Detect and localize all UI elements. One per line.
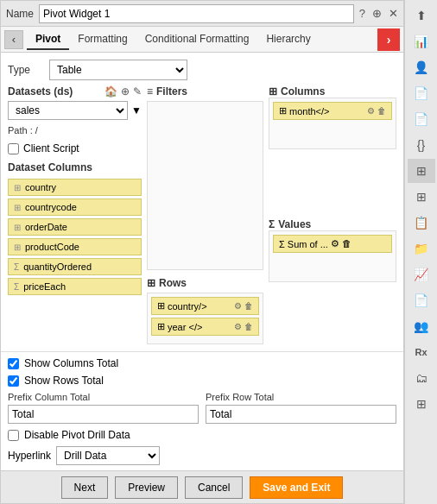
field-name: Sum of ... xyxy=(288,239,328,249)
filters-header: ≡ Filters xyxy=(147,85,263,98)
values-box: Σ Sum of ... ⚙ 🗑 xyxy=(269,230,396,282)
rows-section: ⊞ Rows ⊞ country/> ⚙ 🗑 ⊞ year </> ⚙ 🗑 xyxy=(147,277,263,344)
field-name: year </> xyxy=(168,322,202,332)
edit-dataset-icon[interactable]: ✎ xyxy=(133,85,142,98)
grid-icon: ⊞ xyxy=(14,243,21,252)
dataset-columns-label: Dataset Columns xyxy=(8,161,142,173)
client-script-label: Client Script xyxy=(23,142,79,154)
next-button[interactable]: Next xyxy=(61,476,109,499)
tab-formatting[interactable]: Formatting xyxy=(69,29,136,50)
prefix-row: Prefix Column Total Prefix Row Total xyxy=(8,392,396,424)
sigma-icon: Σ xyxy=(14,282,19,292)
sigma-icon: Σ xyxy=(14,262,19,272)
sidebar-code-icon[interactable]: {} xyxy=(408,133,435,157)
sidebar-up-icon[interactable]: ⬆ xyxy=(408,3,435,28)
show-rows-total-row: Show Rows Total xyxy=(8,375,396,387)
tab-conditional-formatting[interactable]: Conditional Formatting xyxy=(136,29,258,50)
disable-pivot-checkbox[interactable] xyxy=(8,430,19,441)
field-icons: ⚙ 🗑 xyxy=(367,106,386,116)
sidebar-page-icon[interactable]: 📄 xyxy=(408,107,435,131)
grid-icon: ⊞ xyxy=(14,183,21,192)
prefix-column-input[interactable] xyxy=(8,405,199,424)
sidebar-file-icon[interactable]: 📄 xyxy=(408,288,435,312)
sidebar-clipboard-icon[interactable]: 📋 xyxy=(408,211,435,235)
right-sidebar: ⬆ 📊 👤 📄 📄 {} ⊞ ⊞ 📋 📁 📈 📄 👥 Rx 🗂 ⊞ xyxy=(404,0,437,504)
tab-next-button[interactable]: › xyxy=(377,28,400,51)
cancel-button[interactable]: Cancel xyxy=(185,476,243,499)
list-item[interactable]: ⊞ month</> ⚙ 🗑 xyxy=(273,102,392,120)
list-item[interactable]: ⊞ countrycode xyxy=(8,198,142,216)
sidebar-group-icon[interactable]: 👥 xyxy=(408,314,435,338)
columns-section: ⊞ Columns ⊞ month</> ⚙ 🗑 xyxy=(269,85,396,211)
datasets-dropdown-icon[interactable]: ▼ xyxy=(131,104,142,117)
hyperlink-label: Hyperlink xyxy=(8,450,51,462)
tab-back-button[interactable]: ‹ xyxy=(4,30,23,49)
title-bar: Name ? ⊕ ✕ xyxy=(1,1,403,27)
client-script-checkbox[interactable] xyxy=(8,143,19,154)
filter-icon: ≡ xyxy=(147,85,153,98)
sidebar-analytics-icon[interactable]: 📈 xyxy=(408,262,435,287)
sidebar-table-icon[interactable]: ⊞ xyxy=(408,159,435,183)
bottom-options: Show Columns Total Show Rows Total Prefi… xyxy=(1,351,403,470)
list-item[interactable]: ⊞ year </> ⚙ 🗑 xyxy=(151,318,259,336)
rows-grid-icon: ⊞ xyxy=(147,277,155,289)
sidebar-user-icon[interactable]: 👤 xyxy=(408,55,435,79)
list-item[interactable]: Σ quantityOrdered xyxy=(8,258,142,275)
values-section: Σ Values Σ Sum of ... ⚙ 🗑 xyxy=(269,218,396,344)
footer: Next Preview Cancel Save and Exit xyxy=(1,470,403,503)
sigma-icon: Σ xyxy=(279,239,285,249)
filter-area[interactable] xyxy=(147,101,263,270)
sidebar-grid-icon[interactable]: ⊞ xyxy=(408,185,435,209)
rows-label: Rows xyxy=(159,277,187,289)
type-row: Type Table xyxy=(8,60,396,80)
show-rows-total-checkbox[interactable] xyxy=(8,375,19,387)
list-item[interactable]: ⊞ country xyxy=(8,179,142,196)
prefix-row-input[interactable] xyxy=(206,405,396,424)
left-panel: Datasets (ds) 🏠 ⊕ ✎ sales ▼ Path : / xyxy=(8,85,142,344)
hyperlink-select[interactable]: Drill Data xyxy=(56,446,160,465)
sidebar-apps-icon[interactable]: ⊞ xyxy=(408,392,435,416)
widget-name-input[interactable] xyxy=(39,4,354,23)
sidebar-doc-icon[interactable]: 📄 xyxy=(408,81,435,105)
save-and-exit-button[interactable]: Save and Exit xyxy=(250,476,343,499)
list-item[interactable]: ⊞ orderDate xyxy=(8,218,142,236)
sidebar-chart-icon[interactable]: 📊 xyxy=(408,29,435,54)
values-header: Σ Values xyxy=(269,218,396,230)
show-columns-total-checkbox[interactable] xyxy=(8,358,19,369)
sidebar-folder-icon[interactable]: 📁 xyxy=(408,236,435,261)
datasets-icons: 🏠 ⊕ ✎ xyxy=(104,85,142,98)
home-icon[interactable]: 🏠 xyxy=(104,85,117,98)
datasets-label: Datasets (ds) xyxy=(8,85,73,98)
dataset-items: ⊞ country ⊞ countrycode ⊞ orderDate ⊞ pr… xyxy=(8,179,142,295)
sidebar-layers-icon[interactable]: 🗂 xyxy=(408,366,435,390)
list-item[interactable]: ⊞ productCode xyxy=(8,238,142,255)
add-dataset-icon[interactable]: ⊕ xyxy=(121,85,130,98)
tab-pivot[interactable]: Pivot xyxy=(27,29,69,50)
field-name: month</> xyxy=(289,106,329,117)
client-script-row: Client Script xyxy=(8,142,142,154)
item-label: countrycode xyxy=(25,202,77,212)
datasets-select[interactable]: sales xyxy=(8,101,128,120)
item-label: quantityOrdered xyxy=(23,261,92,272)
list-item[interactable]: Σ Sum of ... ⚙ 🗑 xyxy=(273,235,392,253)
grid-icon: ⊞ xyxy=(157,300,165,312)
preview-button[interactable]: Preview xyxy=(115,476,178,499)
move-icon[interactable]: ⊕ xyxy=(372,7,382,20)
name-label: Name xyxy=(6,8,34,20)
path-row: Path : / xyxy=(8,125,142,135)
field-icons: ⚙ 🗑 xyxy=(234,301,253,311)
title-icons: ? ⊕ ✕ xyxy=(359,7,398,20)
close-icon[interactable]: ✕ xyxy=(389,7,398,20)
show-rows-total-label: Show Rows Total xyxy=(24,375,104,387)
list-item[interactable]: ⊞ country/> ⚙ 🗑 xyxy=(151,297,259,315)
list-item[interactable]: Σ priceEach xyxy=(8,278,142,295)
disable-pivot-label: Disable Pivot Drill Data xyxy=(24,429,130,441)
values-label: Values xyxy=(278,218,311,230)
tab-hierarchy[interactable]: Hierarchy xyxy=(257,29,319,50)
help-icon[interactable]: ? xyxy=(359,7,365,20)
item-label: orderDate xyxy=(25,222,67,232)
right-panel: ⊞ Columns ⊞ month</> ⚙ 🗑 Σ xyxy=(269,85,396,344)
sidebar-rx-icon[interactable]: Rx xyxy=(408,340,435,364)
show-columns-total-label: Show Columns Total xyxy=(24,357,118,369)
type-select[interactable]: Table xyxy=(49,60,187,80)
